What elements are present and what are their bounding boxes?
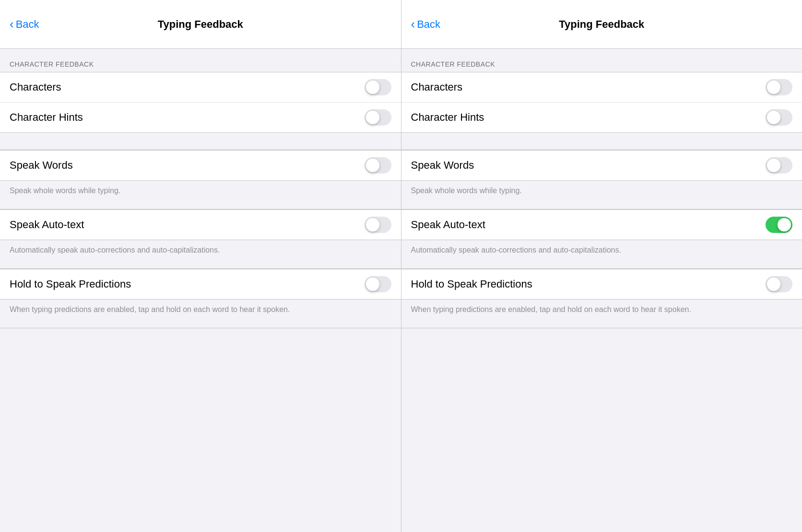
page-title: Typing Feedback (158, 18, 243, 31)
toggle-character-hints[interactable] (766, 109, 792, 126)
settings-row-characters: Characters (401, 72, 802, 103)
toggle-knob (366, 81, 379, 94)
toggle-knob (366, 278, 379, 291)
settings-group-character-feedback: CharactersCharacter Hints (401, 72, 802, 133)
panel-right: ‹BackTyping FeedbackCHARACTER FEEDBACKCh… (401, 0, 802, 532)
toggle-knob (767, 159, 780, 172)
back-label: Back (16, 18, 39, 31)
header: ‹BackTyping Feedback (401, 0, 802, 49)
toggle-knob (366, 218, 379, 231)
settings-row-speak-words: Speak Words (0, 150, 401, 180)
toggle-speak-words[interactable] (766, 157, 792, 173)
settings-group-speak-words: Speak Words (401, 150, 802, 181)
description-speak-words: Speak whole words while typing. (0, 181, 401, 209)
spacer (401, 133, 802, 150)
section-header-character-feedback: CHARACTER FEEDBACK (0, 49, 401, 72)
label-speak-auto-text: Speak Auto-text (10, 219, 84, 231)
toggle-knob (767, 111, 780, 124)
toggle-speak-auto-text[interactable] (365, 217, 391, 233)
description-speak-words: Speak whole words while typing. (401, 181, 802, 209)
settings-group-hold-to-speak: Hold to Speak Predictions (401, 269, 802, 300)
settings-row-speak-auto-text: Speak Auto-text (0, 210, 401, 240)
settings-group-speak-auto-text: Speak Auto-text (0, 209, 401, 240)
back-chevron-icon: ‹ (411, 17, 415, 32)
page-title: Typing Feedback (559, 18, 644, 31)
back-button[interactable]: ‹Back (10, 17, 39, 32)
toggle-speak-words[interactable] (365, 157, 391, 173)
label-characters: Characters (411, 81, 463, 93)
description-hold-to-speak: When typing predictions are enabled, tap… (0, 300, 401, 328)
panels-container: ‹BackTyping FeedbackCHARACTER FEEDBACKCh… (0, 0, 802, 532)
settings-row-characters: Characters (0, 72, 401, 103)
toggle-hold-to-speak-predictions[interactable] (365, 276, 391, 292)
toggle-characters[interactable] (766, 79, 792, 95)
settings-row-hold-to-speak-predictions: Hold to Speak Predictions (0, 269, 401, 299)
settings-row-speak-auto-text: Speak Auto-text (401, 210, 802, 240)
header: ‹BackTyping Feedback (0, 0, 401, 49)
label-hold-to-speak-predictions: Hold to Speak Predictions (10, 278, 131, 290)
section-header-character-feedback: CHARACTER FEEDBACK (401, 49, 802, 72)
label-speak-auto-text: Speak Auto-text (411, 219, 485, 231)
toggle-knob (767, 81, 780, 94)
settings-group-hold-to-speak: Hold to Speak Predictions (0, 269, 401, 300)
panel-left: ‹BackTyping FeedbackCHARACTER FEEDBACKCh… (0, 0, 401, 532)
back-button[interactable]: ‹Back (411, 17, 441, 32)
toggle-speak-auto-text[interactable] (766, 217, 792, 233)
label-hold-to-speak-predictions: Hold to Speak Predictions (411, 278, 532, 290)
settings-row-character-hints: Character Hints (401, 103, 802, 132)
back-chevron-icon: ‹ (10, 17, 14, 32)
back-label: Back (417, 18, 440, 31)
toggle-knob (366, 111, 379, 124)
label-speak-words: Speak Words (10, 159, 73, 172)
toggle-knob (767, 278, 780, 291)
label-character-hints: Character Hints (10, 111, 83, 124)
description-speak-auto-text: Automatically speak auto-corrections and… (401, 240, 802, 269)
label-character-hints: Character Hints (411, 111, 484, 124)
description-hold-to-speak: When typing predictions are enabled, tap… (401, 300, 802, 328)
spacer (0, 133, 401, 150)
description-speak-auto-text: Automatically speak auto-corrections and… (0, 240, 401, 269)
label-characters: Characters (10, 81, 61, 93)
settings-group-speak-words: Speak Words (0, 150, 401, 181)
settings-row-speak-words: Speak Words (401, 150, 802, 180)
settings-row-hold-to-speak-predictions: Hold to Speak Predictions (401, 269, 802, 299)
settings-group-character-feedback: CharactersCharacter Hints (0, 72, 401, 133)
toggle-hold-to-speak-predictions[interactable] (766, 276, 792, 292)
toggle-characters[interactable] (365, 79, 391, 95)
label-speak-words: Speak Words (411, 159, 474, 172)
settings-group-speak-auto-text: Speak Auto-text (401, 209, 802, 240)
settings-row-character-hints: Character Hints (0, 103, 401, 132)
toggle-knob (778, 218, 791, 231)
toggle-character-hints[interactable] (365, 109, 391, 126)
toggle-knob (366, 159, 379, 172)
